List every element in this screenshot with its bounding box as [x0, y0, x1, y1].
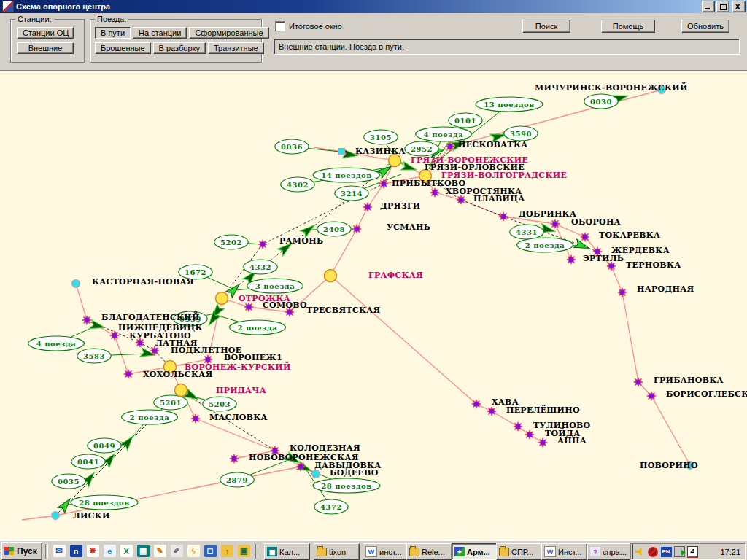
station-borisoglebsk[interactable]: [647, 392, 656, 400]
ie-icon[interactable]: e: [104, 545, 116, 557]
station-blagodatensky[interactable]: [82, 316, 91, 324]
station-label: БОРИСОГЛЕБСК: [666, 389, 747, 399]
language-indicator[interactable]: EN: [660, 546, 672, 558]
station-tokarevka[interactable]: [581, 233, 589, 241]
taskbar-window-label: Rele...: [422, 548, 445, 556]
train-count-label: 28 поездов: [321, 482, 371, 490]
station-dobrinka[interactable]: [499, 212, 508, 221]
station-davydovka[interactable]: [296, 462, 305, 471]
summary-window-checkbox[interactable]: [275, 21, 285, 31]
station-narodnaya[interactable]: [618, 288, 627, 297]
station-kastornaya[interactable]: [72, 280, 80, 288]
station-plavitsa[interactable]: [457, 195, 465, 204]
pager-icon[interactable]: 4: [686, 546, 698, 558]
station-kazinka-west[interactable]: [338, 149, 345, 155]
start-button[interactable]: Пуск: [1, 542, 42, 560]
station-anna[interactable]: [538, 438, 547, 447]
taskbar-window-5[interactable]: ✦Арм...: [452, 543, 498, 560]
imaging-icon[interactable]: ▣: [238, 545, 250, 557]
taskbar-window-8[interactable]: ?спра...: [587, 543, 633, 560]
station-label: БЛАГОДАТЕНСКИЙ: [101, 311, 200, 322]
station-label: СОМОВО: [263, 300, 307, 310]
station-oborona[interactable]: [551, 219, 560, 228]
trains-enroute-button[interactable]: В пути: [95, 27, 131, 39]
train-count-label: 13 поездов: [484, 101, 534, 109]
media-icon[interactable]: ❋: [87, 545, 99, 557]
train-count-label: 0030: [590, 98, 612, 106]
station-label: МАСЛОВКА: [209, 413, 268, 422]
taskbar: Пуск ✉n❋eX▦✎✐ϟ◻↑▣ ▦Кал...tixonWинст...Re…: [0, 540, 747, 560]
station-bodeevo[interactable]: [312, 470, 320, 478]
station-label: КОЛОДЕЗНАЯ: [290, 443, 360, 453]
station-ertil[interactable]: [567, 255, 576, 264]
trains-group: Поезда: В пути На станции Сформированные…: [90, 19, 262, 63]
excel-icon[interactable]: X: [120, 545, 133, 557]
station-somovo[interactable]: [244, 303, 253, 311]
stations-oc-button[interactable]: Станции ОЦ: [17, 27, 74, 39]
station-label: РАМОНЬ: [279, 236, 323, 246]
station-dryazgi[interactable]: [363, 203, 372, 211]
station-khvorostyanka[interactable]: [430, 188, 439, 197]
volume-icon[interactable]: [634, 546, 646, 558]
train-count-label: 2952: [411, 145, 433, 153]
station-usman[interactable]: [352, 225, 361, 233]
station-label: ТОКАРЕВКА: [599, 230, 660, 240]
station-pereleshino[interactable]: [487, 407, 496, 416]
station-novovoronezhskaya[interactable]: [230, 454, 239, 463]
taskbar-window-2[interactable]: tixon: [314, 543, 360, 560]
taskbar-window-label: Инст...: [558, 548, 581, 556]
help-button[interactable]: Помощь: [601, 20, 655, 33]
station-otrozhka[interactable]: [216, 292, 228, 305]
windows-logo-icon: [4, 547, 15, 556]
station-peskovatka[interactable]: [446, 142, 454, 151]
station-pridacha[interactable]: [175, 384, 187, 397]
viewer-icon[interactable]: ◻: [204, 545, 217, 557]
trains-formed-button[interactable]: Сформированные: [189, 27, 268, 39]
search-button[interactable]: Поиск: [522, 20, 570, 33]
station-tulinovo[interactable]: [514, 422, 522, 431]
trains-at-station-button[interactable]: На станции: [133, 27, 187, 39]
taskbar-window-4[interactable]: Rele...: [406, 543, 452, 560]
station-label: ЛИСКИ: [73, 511, 110, 521]
station-toyda[interactable]: [525, 430, 534, 439]
taskbar-window-7[interactable]: WИнст...: [541, 543, 587, 560]
station-grafskaya[interactable]: [325, 270, 337, 282]
station-khokholskaya[interactable]: [124, 370, 133, 378]
station-label: ТЕРНОВКА: [626, 260, 681, 270]
lightning-icon[interactable]: ϟ: [187, 545, 200, 557]
taskbar-window-3[interactable]: Wинст...: [363, 543, 409, 560]
taskbar-window-6[interactable]: СПР...: [496, 543, 542, 560]
paint-icon[interactable]: ✐: [171, 545, 183, 557]
taskbar-window-1[interactable]: ▦Кал...: [264, 543, 310, 560]
train-count-label: 2 поезда: [525, 241, 565, 249]
msn-icon[interactable]: n: [70, 545, 82, 557]
refresh-button[interactable]: Обновить: [681, 20, 729, 33]
toolbar: Станции: Станции ОЦ Внешние Поезда: В пу…: [0, 13, 747, 70]
trains-breakup-button[interactable]: В разборку: [153, 42, 206, 54]
external-stations-button[interactable]: Внешние: [17, 42, 74, 54]
minimize-button[interactable]: [702, 1, 715, 12]
outlook-icon[interactable]: ✉: [53, 545, 66, 557]
station-label: БОДЕЕВО: [330, 468, 379, 478]
train-count-label: 0041: [77, 458, 99, 466]
trains-abandoned-button[interactable]: Брошенные: [95, 42, 151, 54]
train-count-label: 3 поезда: [255, 282, 295, 290]
station-khava[interactable]: [472, 400, 481, 408]
restore-button[interactable]: [716, 1, 729, 12]
station-gribanovka[interactable]: [634, 378, 643, 386]
blocked-icon[interactable]: [647, 546, 659, 558]
station-kazinka[interactable]: [389, 155, 401, 167]
station-maslovka[interactable]: [191, 414, 200, 423]
station-label: ГРАФСКАЯ: [368, 271, 423, 280]
trains-transit-button[interactable]: Транзитные: [208, 42, 264, 54]
calculator-icon[interactable]: ▦: [137, 545, 150, 557]
notepad-icon[interactable]: ✎: [154, 545, 166, 557]
taskbar-window-label: СПР...: [511, 548, 533, 556]
folder-up-icon[interactable]: ↑: [221, 545, 233, 557]
station-label: ПОВОРИНО: [640, 461, 698, 470]
station-ramon[interactable]: [258, 240, 267, 249]
station-liski[interactable]: [52, 512, 60, 520]
close-button[interactable]: x: [732, 1, 746, 12]
scheduler-icon[interactable]: [673, 546, 685, 558]
station-pribytkovo[interactable]: [379, 179, 388, 188]
